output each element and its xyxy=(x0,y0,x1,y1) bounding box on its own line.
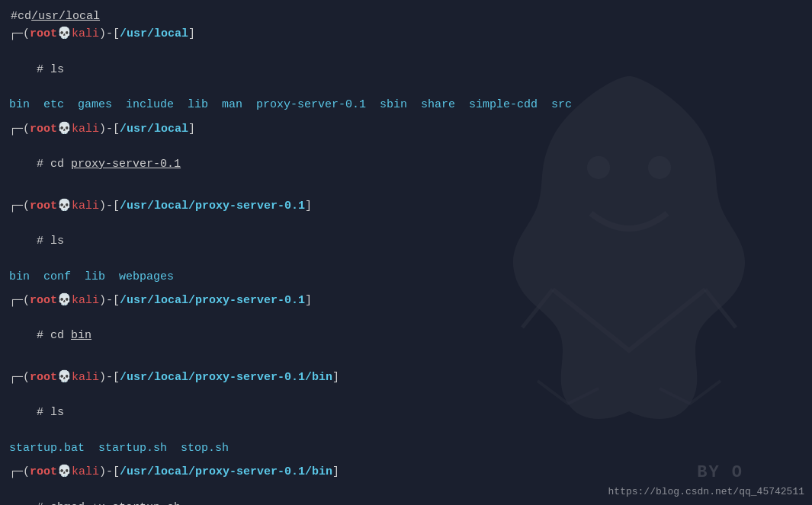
prompt-dash-3: ┌─( xyxy=(9,197,30,215)
gap-1 xyxy=(9,114,803,120)
prompt-line-2: ┌─(root💀kali)-[/usr/local] xyxy=(9,120,803,138)
prompt-root-5: root xyxy=(30,369,57,386)
prompt-dash-6: ┌─( xyxy=(9,463,30,481)
prompt-kali-6: kali xyxy=(72,463,99,481)
output-ls-1: bin etc games include lib man proxy-serv… xyxy=(9,96,803,113)
prompt-kali-4: kali xyxy=(72,292,99,309)
command-ls-1: # ls xyxy=(9,43,803,97)
gap-5 xyxy=(9,457,803,463)
skull-6: 💀 xyxy=(57,463,72,481)
prompt-paren-1: )-[ xyxy=(99,25,120,43)
prompt-line-4: ┌─(root💀kali)-[/usr/local/proxy-server-0… xyxy=(9,292,803,309)
prompt-dash-2: ┌─( xyxy=(9,120,30,138)
prompt-root-1: root xyxy=(30,25,57,43)
command-line-1: # cd /usr/local xyxy=(9,8,803,25)
output-ls-3: startup.bat startup.sh stop.sh xyxy=(9,439,803,457)
prompt-dash-1: ┌─( xyxy=(9,25,30,43)
prompt-bracket-6: ] xyxy=(332,463,339,481)
command-ls-2: # ls xyxy=(9,215,803,268)
cmd-path-1: /usr/local xyxy=(31,8,100,25)
skull-3: 💀 xyxy=(57,197,72,215)
prompt-root-6: root xyxy=(30,463,57,481)
command-cd-proxy: # cd proxy-server-0.1 xyxy=(9,138,803,191)
prompt-path-1: /usr/local xyxy=(120,25,188,43)
prompt-path-3: /usr/local/proxy-server-0.1 xyxy=(120,197,305,215)
prompt-kali-1: kali xyxy=(72,25,99,43)
cmd-cd-1: cd xyxy=(18,8,31,25)
gap-3 xyxy=(9,286,803,292)
prompt-root-4: root xyxy=(30,292,57,309)
gap-4 xyxy=(9,363,803,369)
skull-4: 💀 xyxy=(57,292,72,309)
prompt-dash-4: ┌─( xyxy=(9,292,30,309)
prompt-root-3: root xyxy=(30,197,57,215)
prompt-bracket-2: ] xyxy=(188,120,195,138)
prompt-path-6: /usr/local/proxy-server-0.1/bin xyxy=(120,463,332,481)
prompt-bracket-1: ] xyxy=(188,25,195,43)
prompt-paren-3: )-[ xyxy=(99,197,120,215)
prompt-bracket-3: ] xyxy=(305,197,312,215)
prompt-paren-4: )-[ xyxy=(99,292,120,309)
command-ls-3: # ls xyxy=(9,386,803,439)
skull-2: 💀 xyxy=(57,120,72,138)
prompt-path-2: /usr/local xyxy=(120,120,188,138)
prompt-dash-5: ┌─( xyxy=(9,369,30,386)
prompt-kali-2: kali xyxy=(72,120,99,138)
prompt-line-6: ┌─(root💀kali)-[/usr/local/proxy-server-0… xyxy=(9,463,803,481)
blog-url: https://blog.csdn.net/qq_45742511 xyxy=(608,486,804,497)
prompt-path-5: /usr/local/proxy-server-0.1/bin xyxy=(120,369,332,386)
prompt-paren-2: )-[ xyxy=(99,120,120,138)
command-cd-bin: # cd bin xyxy=(9,309,803,363)
prompt-root-2: root xyxy=(30,120,57,138)
hash-symbol-1: # xyxy=(11,8,18,25)
prompt-line-1: ┌─(root💀kali)-[/usr/local] xyxy=(9,25,803,43)
prompt-bracket-4: ] xyxy=(305,292,312,309)
prompt-path-4: /usr/local/proxy-server-0.1 xyxy=(120,292,305,309)
prompt-line-5: ┌─(root💀kali)-[/usr/local/proxy-server-0… xyxy=(9,369,803,386)
prompt-paren-5: )-[ xyxy=(99,369,120,386)
skull-5: 💀 xyxy=(57,369,72,386)
watermark-text: BY O xyxy=(697,463,743,482)
prompt-kali-3: kali xyxy=(72,197,99,215)
skull-1: 💀 xyxy=(57,25,72,43)
prompt-line-3: ┌─(root💀kali)-[/usr/local/proxy-server-0… xyxy=(9,197,803,215)
gap-2 xyxy=(9,191,803,197)
output-ls-2: bin conf lib webpages xyxy=(9,268,803,286)
prompt-paren-6: )-[ xyxy=(99,463,120,481)
prompt-kali-5: kali xyxy=(72,369,99,386)
terminal-window: # cd /usr/local ┌─(root💀kali)-[/usr/loca… xyxy=(0,0,812,505)
prompt-bracket-5: ] xyxy=(332,369,339,386)
